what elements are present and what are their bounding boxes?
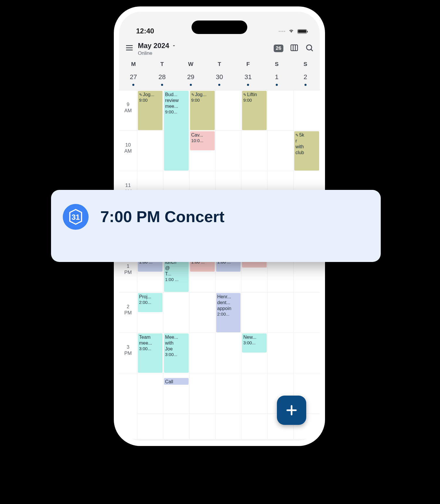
battery-icon — [297, 29, 307, 34]
day-column[interactable]: Bud...reviewmee...9:00...Busi...lunch@T.… — [163, 90, 189, 439]
calendar-event[interactable]: ✎Liftin9:00 — [242, 91, 267, 130]
event-time: 2:00... — [139, 300, 161, 305]
day-column[interactable]: ✎Liftin9:00Rep...12:0...New...3:00... — [241, 90, 268, 439]
time-label: 10AM — [119, 131, 137, 171]
day-letter: W — [176, 61, 205, 67]
day-number: 30 — [205, 73, 234, 81]
calendar-event[interactable]: Teammee...3:00... — [138, 333, 163, 373]
day-letter: T — [148, 61, 177, 67]
event-indicator-dot — [276, 84, 278, 86]
pencil-icon: ✎ — [243, 93, 246, 97]
event-title: Proj... — [139, 294, 161, 300]
event-indicator-dot — [132, 84, 134, 86]
hamburger-menu[interactable] — [125, 42, 134, 53]
chevron-down-icon — [172, 42, 176, 50]
days-grid[interactable]: ✎Jog...9:00witl12:0...Pick1:00 ...Proj..… — [137, 90, 320, 439]
calendar-event[interactable]: Henr...dent...appoin2:00... — [216, 293, 241, 332]
time-column: 9AM10AM11AM12PM1PM2PM3PM — [119, 90, 137, 439]
event-title: @ — [165, 265, 187, 271]
event-title: Team — [139, 334, 161, 340]
event-title: New... — [243, 334, 265, 340]
search-icon[interactable] — [305, 43, 314, 53]
event-title: Joe — [165, 346, 187, 352]
calendar-event[interactable]: ✎Jog...9:00 — [138, 91, 163, 130]
view-columns-icon[interactable] — [290, 43, 299, 53]
event-time: 3:00... — [165, 352, 187, 357]
wifi-icon — [288, 28, 295, 35]
day-header[interactable]: T 28 — [148, 61, 177, 86]
calendar-event[interactable]: ✎5krwithclub — [294, 131, 319, 171]
day-letter: S — [263, 61, 291, 67]
calendar-event[interactable]: ✎Jog...9:00 — [190, 91, 215, 130]
calendar-event[interactable]: New...3:00... — [242, 333, 267, 353]
day-header[interactable]: S 1 — [263, 61, 291, 86]
calendar-app-icon: 31 — [63, 204, 89, 230]
event-title: dent... — [217, 300, 240, 306]
event-time: 3:00... — [139, 346, 161, 352]
time-label: 2PM — [119, 292, 137, 333]
calendar-event[interactable]: Cav...10:0... — [190, 131, 215, 150]
event-title: Bud... — [165, 92, 187, 98]
notification-card[interactable]: 31 7:00 PM Concert — [51, 190, 381, 262]
event-indicator-dot — [304, 84, 307, 86]
event-title: Call — [165, 379, 187, 385]
day-number: 28 — [148, 73, 177, 81]
day-number: 1 — [263, 73, 291, 81]
more-dots-icon — [279, 31, 285, 32]
svg-point-6 — [307, 45, 312, 50]
event-time: 9:00... — [165, 109, 187, 115]
svg-rect-3 — [291, 45, 298, 51]
svg-line-7 — [311, 49, 313, 51]
notch — [192, 21, 247, 34]
event-title: Mee... — [165, 334, 187, 340]
day-column[interactable] — [268, 90, 294, 439]
time-label: 9AM — [119, 90, 137, 131]
pencil-icon: ✎ — [139, 93, 142, 97]
day-header[interactable]: F 31 — [234, 61, 263, 86]
event-title: ✎Jog... — [139, 92, 161, 98]
calendar-event[interactable]: Mee...withJoe3:00... — [164, 333, 189, 373]
event-indicator-dot — [218, 84, 220, 86]
event-title: with — [165, 340, 187, 346]
event-indicator-dot — [190, 84, 192, 86]
status-icons — [279, 28, 307, 35]
event-title: club — [295, 150, 318, 156]
title-group[interactable]: May 2024 Online — [138, 42, 270, 56]
calendar-event[interactable]: Bud...reviewmee...9:00... — [164, 91, 189, 171]
day-header[interactable]: W 29 — [176, 61, 205, 86]
pencil-icon: ✎ — [295, 133, 299, 137]
add-event-fab[interactable] — [277, 396, 306, 425]
event-time: 9:00 — [139, 98, 161, 103]
app-header: May 2024 Online 26 — [119, 38, 320, 58]
day-header[interactable]: M 27 — [119, 61, 148, 86]
status-time: 12:40 — [136, 27, 154, 35]
day-column[interactable]: ✎Jog...9:00Cav...10:0...12:0...Tea...1:0… — [189, 90, 216, 439]
event-title: review — [165, 98, 187, 103]
day-letter: T — [205, 61, 234, 67]
event-title: mee... — [139, 340, 161, 346]
event-indicator-dot — [247, 84, 249, 86]
day-letter: S — [291, 61, 320, 67]
event-title: mee... — [165, 103, 187, 109]
week-header: M 27 T 28 W 29 T 30 F 31 S 1 S 2 — [119, 58, 320, 90]
event-time: 10:0... — [191, 138, 214, 144]
event-time: 2:00... — [217, 311, 240, 317]
day-header[interactable]: S 2 — [291, 61, 320, 86]
calendar-grid[interactable]: 9AM10AM11AM12PM1PM2PM3PM ✎Jog...9:00witl… — [119, 90, 320, 439]
day-column[interactable]: Pick1:00 ...Henr...dent...appoin2:00... — [216, 90, 242, 439]
calendar-event[interactable]: Call — [164, 378, 189, 385]
event-title: ✎5k — [295, 132, 318, 138]
event-indicator-dot — [161, 84, 163, 86]
today-button[interactable]: 26 — [274, 45, 283, 52]
notification-text: 7:00 PM Concert — [100, 204, 224, 226]
day-number: 31 — [234, 73, 263, 81]
day-column[interactable]: ✎5krwithclub — [294, 90, 320, 439]
event-title: T... — [165, 271, 187, 277]
day-header[interactable]: T 30 — [205, 61, 234, 86]
day-column[interactable]: ✎Jog...9:00witl12:0...Pick1:00 ...Proj..… — [137, 90, 163, 439]
month-title: May 2024 — [138, 42, 169, 50]
event-time: 3:00... — [243, 340, 265, 346]
calendar-event[interactable]: Proj...2:00... — [138, 293, 163, 312]
event-title: Henr... — [217, 294, 240, 300]
event-title: appoin — [217, 306, 240, 311]
